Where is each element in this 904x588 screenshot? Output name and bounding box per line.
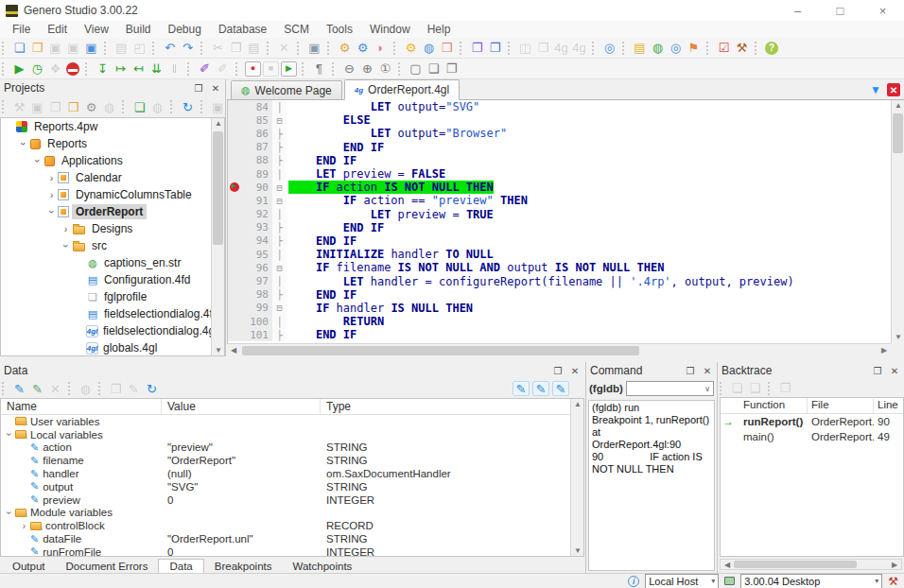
backtrace-row-main[interactable]: main()OrderReport.4gl49 [721, 429, 903, 444]
environment-select[interactable]: 3.00.04 Desktop▾ [740, 574, 882, 588]
breakpoint-margin[interactable] [228, 181, 242, 194]
fold-toggle-icon[interactable]: ⊟ [272, 181, 287, 194]
chevron-down-icon[interactable]: › [4, 507, 14, 518]
command-input-combo[interactable]: ∨ [626, 381, 714, 396]
execute-button[interactable]: ◍ [420, 39, 438, 57]
tree-item-captions-en-str[interactable]: ◍captions_en.str [1, 254, 224, 271]
find-in-files-button[interactable]: ◎ [667, 39, 685, 57]
edit-expression-button[interactable]: ✎ [552, 381, 569, 396]
package-project-button[interactable]: ▣ [28, 98, 46, 116]
clean-button[interactable]: ◗ [372, 39, 390, 57]
menu-window[interactable]: Window [361, 23, 419, 36]
document-list-icon[interactable]: ▼ [870, 83, 881, 96]
chevron-right-icon[interactable]: › [45, 189, 58, 200]
chevron-right-icon[interactable]: › [18, 521, 30, 531]
frame-button[interactable]: ▢ [407, 60, 425, 78]
menu-debug[interactable]: Debug [160, 23, 210, 36]
data-close-button[interactable]: ✕ [569, 366, 581, 376]
data-table-scrollbar[interactable]: ▲ ▼ [570, 399, 583, 556]
code-line-86[interactable]: 86├ LET output="Browser" [228, 127, 891, 140]
redo-button[interactable]: ↷ [179, 39, 197, 57]
chevron-down-icon[interactable]: › [32, 155, 43, 167]
watch-globe-button[interactable]: ◍ [77, 380, 95, 398]
maximize-button[interactable]: □ [819, 0, 861, 21]
variable-row-module-variables[interactable]: ›Module variables [1, 507, 583, 520]
breakpoint-margin[interactable] [228, 154, 242, 167]
fold-toggle-icon[interactable]: ⊟ [272, 113, 287, 127]
code-line-94[interactable]: 94├ END IF [228, 234, 891, 248]
code-line-98[interactable]: 98├ END IF [228, 288, 891, 302]
find-usages-button[interactable]: ◎ [600, 39, 618, 57]
host-select[interactable]: Local Host▾ [645, 574, 719, 588]
breakpoint-margin[interactable] [228, 288, 242, 302]
code-line-88[interactable]: 88├ END IF [228, 154, 891, 167]
backtrace-close-button[interactable]: ✕ [889, 366, 900, 376]
breakpoint-margin[interactable] [228, 141, 242, 154]
export-project-button[interactable]: ❐ [46, 98, 64, 116]
play-recording-button[interactable]: ▶ [281, 61, 297, 77]
code-editor[interactable]: 84│ LET output="SVG"85⊟ ELSE86├ LET outp… [227, 100, 891, 343]
tools-button[interactable]: ⚒ [733, 39, 751, 57]
web-globe-button[interactable]: ◍ [649, 39, 667, 57]
menu-database[interactable]: Database [210, 23, 275, 36]
variable-row-controlblock[interactable]: ›controlBlockRECORD [1, 519, 583, 532]
menu-help[interactable]: Help [419, 23, 460, 36]
variable-row-user-variables[interactable]: User variables [1, 415, 583, 428]
add-watch-button[interactable]: ✎ [10, 380, 28, 398]
column-header-file[interactable]: File [808, 398, 874, 413]
show-whitespace-button[interactable]: ¶ [310, 60, 328, 78]
print-preview-button[interactable]: ◰ [130, 39, 148, 57]
blocks-button[interactable]: ▣ [209, 98, 227, 116]
variable-row-action[interactable]: ✎action"preview"STRING [1, 441, 583, 455]
tree-item-fglprofile[interactable]: ❏fglprofile [1, 288, 224, 305]
tree-item-globals-4gl[interactable]: 4glglobals.4gl [1, 339, 224, 356]
paste-button[interactable]: ▤ [245, 39, 263, 57]
bottom-tab-output[interactable]: Output [2, 560, 56, 573]
tasks-button[interactable]: ☑ [715, 39, 733, 57]
minimize-button[interactable]: – [776, 0, 819, 21]
save-all-button[interactable]: ▣ [82, 39, 100, 57]
build-all-button[interactable]: ⚙ [354, 39, 372, 57]
open-project-folder-button[interactable]: ❒ [64, 98, 82, 116]
variable-row-preview[interactable]: ✎preview0INTEGER [1, 493, 583, 507]
tree-item-fieldselectiondialog-4gl[interactable]: 4glfieldselectiondialog.4gl [1, 322, 224, 339]
record-button[interactable]: ● [245, 61, 261, 77]
menu-edit[interactable]: Edit [39, 23, 76, 36]
code-line-89[interactable]: 89│ LET preview = FALSE [228, 167, 891, 181]
pause-button[interactable]: ‖ [165, 60, 183, 78]
step-over-button[interactable]: ↦ [112, 60, 130, 78]
column-header-line[interactable]: Line [874, 398, 903, 413]
variable-row-filename[interactable]: ✎filename"OrderReport"STRING [1, 454, 583, 467]
project-settings-button[interactable]: ⚙ [82, 98, 100, 116]
fold-toggle-icon[interactable]: ⊟ [272, 261, 287, 274]
deploy-button[interactable]: ❒ [438, 39, 456, 57]
step-into-button[interactable]: ↧ [94, 60, 112, 78]
code-line-85[interactable]: 85⊟ ELSE [228, 113, 891, 127]
profile-button[interactable]: ◷ [28, 60, 46, 78]
refresh-button[interactable]: ↻ [179, 98, 197, 116]
code-line-99[interactable]: 99⊟ IF handler IS NULL THEN [228, 302, 891, 315]
code-line-95[interactable]: 95│ INITIALIZE handler TO NULL [228, 248, 891, 261]
close-document-button[interactable]: ✕ [887, 83, 900, 96]
breakpoint-margin[interactable] [228, 261, 242, 274]
stack-button[interactable]: ❒ [534, 39, 552, 57]
breakpoint-margin[interactable] [228, 100, 242, 113]
code-line-97[interactable]: 97│ LET handler = configureReport(filena… [228, 274, 891, 287]
code-line-91[interactable]: 91⊟ IF action == "preview" THEN [228, 194, 891, 207]
editor-vertical-scrollbar[interactable]: ▲ ▼ [891, 100, 904, 343]
breakpoint-margin[interactable] [228, 127, 242, 140]
step-out-button[interactable]: ↤ [130, 60, 148, 78]
screenshot-button[interactable]: ▣ [305, 39, 323, 57]
variable-row-datafile[interactable]: ✎dataFile"OrderReport.unl"STRING [1, 532, 583, 545]
help-button[interactable]: ? [765, 42, 778, 55]
copy-value-button[interactable]: ❐ [107, 380, 125, 398]
dependencies-button[interactable]: ⚑ [685, 39, 703, 57]
edit-string-view-button[interactable]: ✎ [513, 381, 530, 396]
column-header-name[interactable]: Name [1, 399, 162, 414]
bottom-tab-document-errors[interactable]: Document Errors [56, 560, 159, 573]
new-file-button[interactable]: ❏ [10, 39, 28, 57]
backtrace-horizontal-scrollbar[interactable]: ◀ ▶ [720, 559, 902, 570]
copy-backtrace-button[interactable]: ❐ [776, 379, 794, 397]
backtrace-row-runreport[interactable]: →runReport()OrderReport.4gl90 [721, 414, 903, 429]
undo-button[interactable]: ↶ [161, 39, 179, 57]
